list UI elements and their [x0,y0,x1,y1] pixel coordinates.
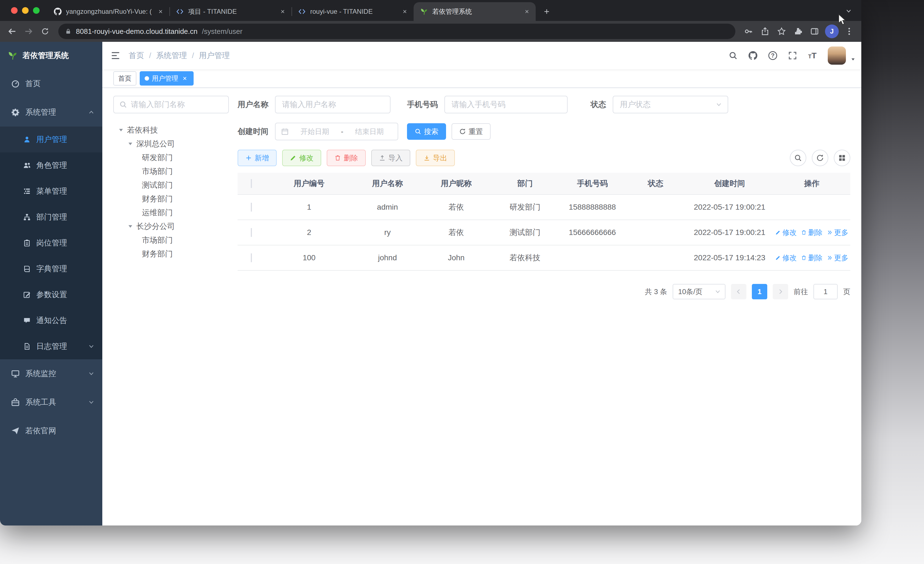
row-edit-link[interactable]: 修改 [775,228,796,238]
page-number-button[interactable]: 1 [752,284,767,299]
sidebar-item-notice[interactable]: 通知公告 [0,308,102,334]
column-settings-button[interactable] [834,150,850,166]
tag-close-icon[interactable] [181,75,189,82]
tab-close-icon[interactable] [278,7,287,16]
prev-page-button[interactable] [731,284,746,299]
browser-menu-kebab-icon[interactable] [842,24,857,39]
breadcrumb-item[interactable]: 系统管理 [156,50,187,61]
user-nick-cell: 若依 [422,202,490,212]
reload-button[interactable] [38,24,53,39]
sidebar-item-official-site[interactable]: 若依官网 [0,417,102,445]
user-icon [23,135,31,143]
tree-node[interactable]: 若依科技 [113,123,229,137]
side-panel-icon[interactable] [807,24,822,39]
row-more-link[interactable]: 更多 [827,253,848,263]
edit-button[interactable]: 修改 [282,150,321,166]
sidebar-item-home[interactable]: 首页 [0,69,102,98]
sidebar-item-dict-mgmt[interactable]: 字典管理 [0,256,102,282]
refresh-table-button[interactable] [812,150,828,166]
sidebar-item-system-tools[interactable]: 系统工具 [0,388,102,417]
share-icon[interactable] [758,24,773,39]
tree-node[interactable]: 市场部门 [113,233,229,247]
sidebar-item-system-mgmt[interactable]: 系统管理 [0,98,102,126]
tree-node[interactable]: 市场部门 [113,164,229,178]
tree-node[interactable]: 长沙分公司 [113,220,229,233]
caret-down-icon[interactable] [127,141,134,147]
tree-node[interactable]: 财务部门 [113,192,229,206]
app-logo[interactable]: 若依管理系统 [0,42,102,69]
password-key-icon[interactable] [741,24,756,39]
search-button[interactable]: 搜索 [407,123,446,140]
caret-down-icon[interactable] [127,223,134,230]
close-window-button[interactable] [11,7,18,14]
user-table: 用户编号 用户名称 用户昵称 部门 手机号码 状态 创建时间 操作 [238,173,850,271]
tree-node[interactable]: 财务部门 [113,247,229,261]
phone-input[interactable] [444,96,568,113]
select-all-checkbox[interactable] [251,179,252,188]
tab-close-icon[interactable] [400,7,409,16]
sidebar-item-post-mgmt[interactable]: 岗位管理 [0,230,102,256]
export-button[interactable]: 导出 [416,150,455,166]
fullscreen-icon[interactable] [784,42,801,69]
import-button[interactable]: 导入 [371,150,410,166]
add-button[interactable]: 新增 [238,150,277,166]
address-bar[interactable]: 8081-rouyi-vue-demo.cloud.titanide.cn/sy… [58,24,735,39]
page-size-select[interactable]: 10条/页 [673,284,726,299]
browser-profile-avatar[interactable]: J [825,24,839,38]
breadcrumb-item[interactable]: 首页 [129,50,144,61]
user-id-cell: 100 [265,253,353,262]
user-avatar[interactable] [828,47,846,65]
tab-close-icon[interactable] [522,7,531,16]
caret-down-icon[interactable] [118,127,124,134]
tree-node[interactable]: 研发部门 [113,151,229,164]
browser-tab-github[interactable]: yangzongzhuan/RuoYi-Vue: (R [47,2,170,21]
sidebar-item-dept-mgmt[interactable]: 部门管理 [0,204,102,230]
sidebar-collapse-icon[interactable] [102,42,129,69]
github-icon[interactable] [744,42,762,69]
tree-node[interactable]: 运维部门 [113,206,229,220]
sidebar-item-param-settings[interactable]: 参数设置 [0,282,102,308]
column-header: 用户昵称 [422,178,490,189]
bookmark-star-icon[interactable] [774,24,789,39]
date-range-picker[interactable]: 开始日期 - 结束日期 [275,123,398,140]
new-tab-button[interactable] [539,4,554,19]
sidebar-item-menu-mgmt[interactable]: 菜单管理 [0,178,102,204]
sidebar-item-user-mgmt[interactable]: 用户管理 [0,126,102,152]
minimize-window-button[interactable] [22,7,28,14]
font-size-icon[interactable] [804,42,821,69]
row-checkbox[interactable] [251,253,252,262]
sidebar-item-role-mgmt[interactable]: 角色管理 [0,152,102,178]
forward-button[interactable] [21,24,36,39]
browser-tab-project[interactable]: 项目 - TITANIDE [170,2,291,21]
delete-button[interactable]: 删除 [327,150,366,166]
help-question-icon[interactable] [764,42,782,69]
tag-home[interactable]: 首页 [113,71,136,86]
row-checkbox[interactable] [251,228,252,237]
row-delete-link[interactable]: 删除 [801,253,822,263]
username-input[interactable] [275,96,390,113]
extensions-puzzle-icon[interactable] [790,24,806,39]
status-select[interactable]: 用户状态 [613,96,728,113]
dept-search-input[interactable] [131,100,223,109]
sidebar-item-log-mgmt[interactable]: 日志管理 [0,334,102,359]
tree-node[interactable]: 测试部门 [113,178,229,192]
toggle-search-button[interactable] [790,150,806,166]
browser-tab-ruoyi-admin[interactable]: 若依管理系统 [414,2,536,21]
header-search-icon[interactable] [724,42,742,69]
tab-search-chevron-icon[interactable] [842,4,856,18]
sidebar-item-label: 菜单管理 [36,186,67,196]
row-edit-link[interactable]: 修改 [775,253,796,263]
goto-page-input[interactable] [813,284,838,299]
row-delete-link[interactable]: 删除 [801,228,822,238]
row-more-link[interactable]: 更多 [827,228,848,238]
tag-user-mgmt[interactable]: 用户管理 [140,71,194,86]
next-page-button[interactable] [773,284,788,299]
row-checkbox[interactable] [251,203,252,212]
tree-node[interactable]: 深圳总公司 [113,137,229,151]
reset-button[interactable]: 重置 [452,123,490,140]
tab-close-icon[interactable] [156,7,165,16]
zoom-window-button[interactable] [33,7,40,14]
back-button[interactable] [4,24,20,39]
sidebar-item-system-monitor[interactable]: 系统监控 [0,359,102,388]
browser-tab-rouyi-vue[interactable]: rouyi-vue - TITANIDE [291,2,414,21]
